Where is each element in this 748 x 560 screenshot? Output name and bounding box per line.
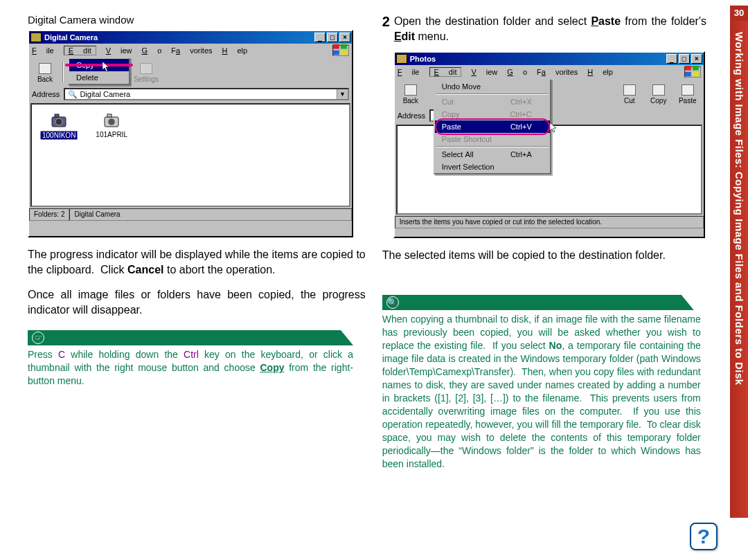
svg-rect-9 bbox=[107, 114, 112, 117]
status-bar: Folders: 2 Digital Camera bbox=[29, 208, 352, 221]
menu-go[interactable]: Go bbox=[142, 46, 162, 55]
status-message: Inserts the items you have copied or cut… bbox=[395, 216, 704, 228]
close-button[interactable]: × bbox=[339, 33, 350, 42]
titlebar: Photos _ □ × bbox=[395, 53, 704, 65]
menuitem-cut: CutCtrl+X bbox=[435, 96, 550, 108]
tip-bar: ☞ bbox=[28, 330, 353, 345]
step-line: 2 Open the destination folder and select… bbox=[382, 14, 706, 44]
menu-view[interactable]: View bbox=[471, 68, 497, 76]
address-label: Address bbox=[398, 111, 425, 120]
maximize-button[interactable]: □ bbox=[327, 33, 338, 42]
camera-folder-icon bbox=[49, 113, 69, 129]
menuitem-invert-selection[interactable]: Invert Selection bbox=[435, 161, 550, 173]
menu-favorites[interactable]: Favorites bbox=[537, 68, 578, 76]
menu-view[interactable]: View bbox=[106, 46, 132, 55]
folder-101april[interactable]: 101APRIL bbox=[96, 113, 127, 197]
paste-button[interactable]: Paste bbox=[673, 80, 702, 107]
svg-rect-11 bbox=[693, 66, 699, 71]
close-button[interactable]: × bbox=[691, 54, 702, 64]
windows-logo-icon bbox=[684, 66, 701, 78]
svg-rect-6 bbox=[55, 114, 59, 117]
photos-window: Photos _ □ × File Edit View Go Favorites… bbox=[393, 51, 705, 238]
cut-button[interactable]: Cut bbox=[615, 80, 644, 107]
menuitem-copy: CopyCtrl+C bbox=[435, 108, 550, 120]
digital-camera-window: Digital Camera _ □ × File Edit View Go F… bbox=[28, 30, 353, 237]
svg-rect-3 bbox=[341, 51, 347, 55]
settings-button: Settings bbox=[132, 59, 161, 85]
back-button[interactable]: Back bbox=[30, 59, 60, 85]
svg-rect-2 bbox=[333, 51, 339, 55]
tip-text-left: Press C while holding down the Ctrl key … bbox=[28, 348, 353, 388]
maximize-button[interactable]: □ bbox=[679, 54, 690, 64]
side-tab: 30 Working with Image Files: Copying Ima… bbox=[730, 6, 748, 518]
page-number: 30 bbox=[730, 6, 748, 21]
svg-point-5 bbox=[55, 118, 62, 125]
menuitem-copy[interactable]: Copy bbox=[69, 59, 129, 71]
help-icon[interactable]: ? bbox=[690, 523, 718, 550]
hand-icon: ☞ bbox=[32, 332, 44, 344]
menuitem-paste-shortcut: Paste Shortcut bbox=[435, 133, 550, 145]
file-pane[interactable]: 100NIKON 101APRIL bbox=[30, 103, 350, 207]
minimize-button[interactable]: _ bbox=[314, 33, 326, 42]
svg-point-8 bbox=[108, 118, 115, 125]
folder-100nikon[interactable]: 100NIKON bbox=[40, 113, 78, 197]
copy-button[interactable]: Copy bbox=[644, 80, 673, 107]
menuitem-paste[interactable]: PasteCtrl+V bbox=[435, 120, 550, 133]
status-folders: Folders: 2 bbox=[29, 208, 69, 221]
svg-rect-10 bbox=[685, 66, 691, 71]
figure-caption: Digital Camera window bbox=[28, 14, 366, 26]
window-title: Digital Camera bbox=[44, 33, 98, 42]
address-label: Address bbox=[32, 90, 60, 98]
address-field[interactable]: 🔍 Digital Camera ▼ bbox=[64, 88, 349, 100]
menuitem-undo-move[interactable]: Undo Move bbox=[435, 80, 550, 93]
titlebar: Digital Camera _ □ × bbox=[29, 31, 352, 44]
menu-file[interactable]: File bbox=[398, 68, 420, 76]
tip-text-right: When copying a thumbnail to disk, if an … bbox=[382, 313, 701, 471]
paragraph-after-paste: The selected items will be copied to the… bbox=[382, 248, 706, 263]
arrow-left-icon bbox=[404, 84, 417, 96]
minimize-button[interactable]: _ bbox=[666, 54, 677, 64]
menu-favorites[interactable]: Favorites bbox=[171, 46, 212, 55]
address-dropdown-button[interactable]: ▼ bbox=[337, 89, 348, 99]
window-title: Photos bbox=[410, 55, 436, 63]
paste-icon bbox=[682, 84, 694, 96]
status-bar: Inserts the items you have copied or cut… bbox=[395, 216, 704, 228]
menu-edit[interactable]: Edit bbox=[64, 46, 96, 55]
svg-rect-1 bbox=[341, 44, 347, 49]
edit-dropdown: Undo Move CutCtrl+X CopyCtrl+C PasteCtrl… bbox=[434, 79, 551, 174]
back-button[interactable]: Back bbox=[396, 80, 425, 107]
svg-rect-13 bbox=[693, 72, 699, 77]
settings-icon bbox=[140, 63, 152, 74]
search-bulb-icon: 🔍 bbox=[386, 296, 399, 309]
section-title: Working with Image Files: Copying Image … bbox=[733, 32, 745, 386]
menuitem-select-all[interactable]: Select AllCtrl+A bbox=[435, 148, 550, 161]
windows-logo-icon bbox=[332, 45, 349, 56]
svg-rect-12 bbox=[685, 72, 691, 77]
menu-help[interactable]: Help bbox=[587, 68, 613, 76]
camera-folder-icon bbox=[102, 113, 121, 129]
paragraph-disappear: Once all image files or folders have bee… bbox=[28, 287, 366, 318]
status-path: Digital Camera bbox=[69, 208, 352, 221]
paragraph-progress: The progress indicator will be displayed… bbox=[28, 247, 366, 278]
address-bar: Address 🔍 Digital Camera ▼ bbox=[29, 87, 352, 102]
edit-dropdown: Copy Delete bbox=[68, 57, 130, 85]
menu-file[interactable]: File bbox=[32, 46, 54, 55]
scissors-icon bbox=[623, 84, 636, 96]
arrow-left-icon bbox=[39, 63, 51, 74]
camera-icon bbox=[30, 33, 42, 42]
folder-icon bbox=[396, 54, 407, 64]
step-number: 2 bbox=[382, 14, 390, 44]
svg-rect-0 bbox=[333, 44, 339, 49]
menuitem-delete[interactable]: Delete bbox=[69, 71, 129, 84]
menubar: File Edit View Go Favorites Help bbox=[29, 44, 352, 57]
menu-go[interactable]: Go bbox=[507, 68, 527, 76]
menu-edit[interactable]: Edit bbox=[429, 67, 462, 77]
tip-bar: 🔍 bbox=[382, 295, 694, 310]
menubar: File Edit View Go Favorites Help bbox=[395, 65, 704, 79]
menu-help[interactable]: Help bbox=[222, 46, 248, 55]
copy-icon bbox=[652, 84, 665, 96]
